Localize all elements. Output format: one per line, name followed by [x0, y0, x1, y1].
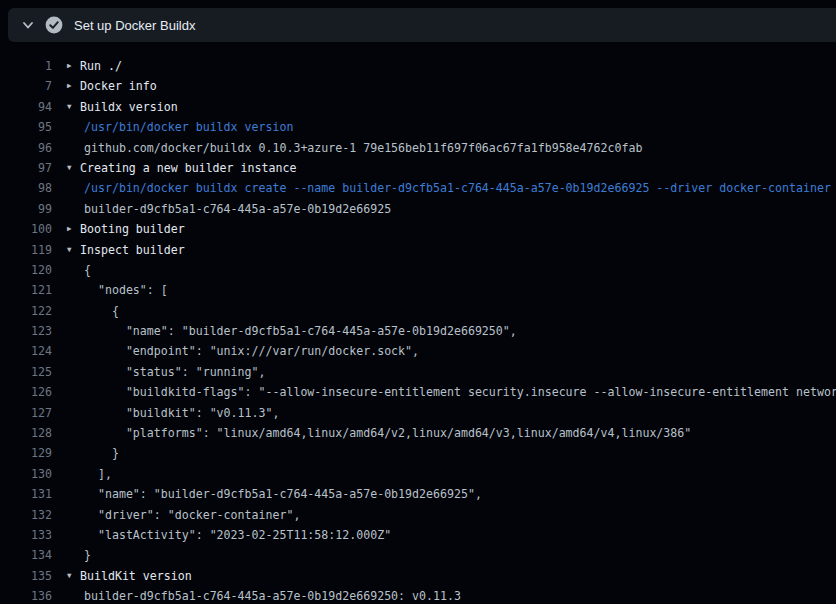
log-row: 125 "status": "running",	[0, 362, 836, 382]
log-row: 133 "lastActivity": "2023-02-25T11:58:12…	[0, 525, 836, 545]
line-number[interactable]: 125	[0, 362, 52, 382]
line-number[interactable]: 7	[0, 76, 52, 96]
log-output-text: "buildkit": "v0.11.3",	[84, 406, 279, 420]
line-number[interactable]: 127	[0, 403, 52, 423]
log-row: 136builder-d9cfb5a1-c764-445a-a57e-0b19d…	[0, 586, 836, 604]
line-number[interactable]: 134	[0, 545, 52, 565]
log-output-text: "status": "running",	[84, 365, 265, 379]
log-output-text: ],	[84, 467, 112, 481]
log-row: 131 "name": "builder-d9cfb5a1-c764-445a-…	[0, 484, 836, 504]
expand-arrow-icon[interactable]: ▶	[67, 56, 72, 76]
line-number[interactable]: 97	[0, 158, 52, 178]
log-output-text: "endpoint": "unix:///var/run/docker.sock…	[84, 344, 419, 358]
log-group-title: Buildx version	[80, 100, 178, 114]
collapse-arrow-icon[interactable]: ▼	[67, 240, 72, 260]
line-number[interactable]: 98	[0, 178, 52, 198]
line-number[interactable]: 96	[0, 138, 52, 158]
log-group-title: Docker info	[80, 79, 157, 93]
collapse-arrow-icon[interactable]: ▼	[67, 158, 72, 178]
log-row: 134}	[0, 545, 836, 565]
log-group-title: Run ./	[80, 59, 122, 73]
log-row: 98/usr/bin/docker buildx create --name b…	[0, 178, 836, 198]
log-row: 120{	[0, 260, 836, 280]
line-number[interactable]: 123	[0, 321, 52, 341]
line-number[interactable]: 126	[0, 382, 52, 402]
log-row[interactable]: 100▶Booting builder	[0, 219, 836, 239]
line-number[interactable]: 95	[0, 117, 52, 137]
log-output-text: {	[84, 304, 119, 318]
log-output-text: {	[84, 263, 91, 277]
line-number[interactable]: 133	[0, 525, 52, 545]
log-row: 99builder-d9cfb5a1-c764-445a-a57e-0b19d2…	[0, 199, 836, 219]
log-row[interactable]: 97▼Creating a new builder instance	[0, 158, 836, 178]
expand-arrow-icon[interactable]: ▶	[67, 76, 72, 96]
log-row: 121 "nodes": [	[0, 280, 836, 300]
log-rows: 1▶Run ./7▶Docker info94▼Buildx version95…	[0, 42, 836, 604]
expand-arrow-icon[interactable]: ▶	[67, 219, 72, 239]
line-number[interactable]: 1	[0, 56, 52, 76]
log-row: 130 ],	[0, 464, 836, 484]
log-row: 95/usr/bin/docker buildx version	[0, 117, 836, 137]
log-row: 122 {	[0, 301, 836, 321]
log-output-text: builder-d9cfb5a1-c764-445a-a57e-0b19d2e6…	[84, 589, 461, 603]
line-number[interactable]: 130	[0, 464, 52, 484]
line-number[interactable]: 135	[0, 566, 52, 586]
line-number[interactable]: 122	[0, 301, 52, 321]
line-number[interactable]: 94	[0, 97, 52, 117]
log-output-text: github.com/docker/buildx 0.10.3+azure-1 …	[84, 141, 642, 155]
log-output-text: "lastActivity": "2023-02-25T11:58:12.000…	[84, 528, 391, 542]
log-group-title: Inspect builder	[80, 243, 185, 257]
log-row: 96github.com/docker/buildx 0.10.3+azure-…	[0, 138, 836, 158]
log-row: 124 "endpoint": "unix:///var/run/docker.…	[0, 341, 836, 361]
log-row[interactable]: 7▶Docker info	[0, 76, 836, 96]
log-row[interactable]: 94▼Buildx version	[0, 97, 836, 117]
step-header[interactable]: Set up Docker Buildx	[8, 8, 836, 42]
step-title: Set up Docker Buildx	[74, 18, 195, 33]
line-number[interactable]: 136	[0, 586, 52, 604]
log-row[interactable]: 119▼Inspect builder	[0, 240, 836, 260]
log-output-text: }	[84, 446, 119, 460]
line-number[interactable]: 131	[0, 484, 52, 504]
log-output-text: }	[84, 548, 91, 562]
line-number[interactable]: 121	[0, 280, 52, 300]
log-output-text: "buildkitd-flags": "--allow-insecure-ent…	[84, 385, 836, 399]
line-number[interactable]: 120	[0, 260, 52, 280]
line-number[interactable]: 119	[0, 240, 52, 260]
log-row: 128 "platforms": "linux/amd64,linux/amd6…	[0, 423, 836, 443]
line-number[interactable]: 99	[0, 199, 52, 219]
log-output-text: "name": "builder-d9cfb5a1-c764-445a-a57e…	[84, 487, 482, 501]
collapse-arrow-icon[interactable]: ▼	[67, 566, 72, 586]
log-group-title: BuildKit version	[80, 569, 192, 583]
log-row: 123 "name": "builder-d9cfb5a1-c764-445a-…	[0, 321, 836, 341]
line-number[interactable]: 132	[0, 505, 52, 525]
chevron-down-icon[interactable]	[21, 18, 35, 32]
log-output-text: "nodes": [	[84, 283, 168, 297]
line-number[interactable]: 124	[0, 341, 52, 361]
log-group-title: Creating a new builder instance	[80, 161, 296, 175]
log-command-text: /usr/bin/docker buildx version	[84, 120, 293, 134]
log-row: 132 "driver": "docker-container",	[0, 505, 836, 525]
log-row: 129 }	[0, 443, 836, 463]
log-output-text: "driver": "docker-container",	[84, 508, 300, 522]
log-group-title: Booting builder	[80, 222, 185, 236]
log-output-text: "platforms": "linux/amd64,linux/amd64/v2…	[84, 426, 691, 440]
line-number[interactable]: 129	[0, 443, 52, 463]
log-row: 127 "buildkit": "v0.11.3",	[0, 403, 836, 423]
line-number[interactable]: 128	[0, 423, 52, 443]
line-number[interactable]: 100	[0, 219, 52, 239]
log-row[interactable]: 135▼BuildKit version	[0, 566, 836, 586]
collapse-arrow-icon[interactable]: ▼	[67, 97, 72, 117]
log-command-text: /usr/bin/docker buildx create --name bui…	[84, 181, 836, 195]
check-circle-icon	[45, 16, 63, 34]
log-row[interactable]: 1▶Run ./	[0, 56, 836, 76]
log-output-text: builder-d9cfb5a1-c764-445a-a57e-0b19d2e6…	[84, 202, 391, 216]
log-row: 126 "buildkitd-flags": "--allow-insecure…	[0, 382, 836, 402]
log-output-text: "name": "builder-d9cfb5a1-c764-445a-a57e…	[84, 324, 517, 338]
